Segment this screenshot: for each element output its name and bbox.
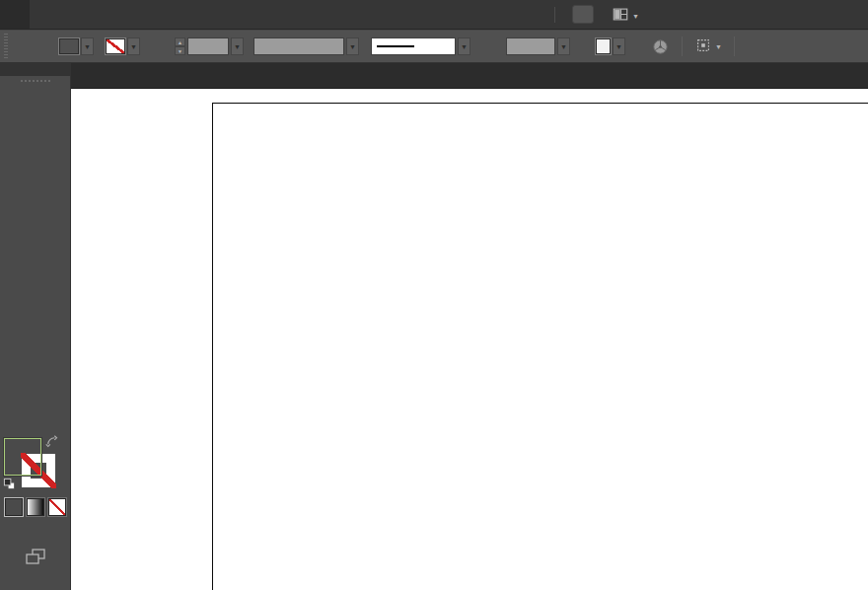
stroke-preview-line — [377, 45, 414, 47]
toolpanel-grip[interactable] — [21, 80, 50, 82]
swap-fill-stroke-icon[interactable] — [45, 434, 58, 452]
illustrator-window: ▼ ▼ ▼ ▲ ▼ ▼ ▼ — [0, 0, 868, 590]
stepper-down-icon[interactable]: ▼ — [175, 46, 185, 55]
brush-dropdown-arrow[interactable]: ▼ — [458, 37, 470, 55]
stroke-weight-arrow[interactable]: ▼ — [231, 37, 244, 55]
width-profile-combo[interactable]: ▼ — [253, 37, 359, 55]
screen-mode-icon — [24, 547, 47, 570]
opacity-arrow[interactable]: ▼ — [557, 37, 570, 55]
stepper-up-icon[interactable]: ▲ — [175, 37, 185, 46]
title-bar: ▼ — [0, 0, 868, 30]
workspace-switcher-button[interactable]: ▼ — [612, 6, 639, 27]
stroke-weight-stepper[interactable]: ▲ ▼ — [175, 37, 185, 55]
chevron-down-icon: ▼ — [715, 43, 722, 50]
graphic-style-picker[interactable]: ▼ — [596, 37, 625, 55]
style-swatch[interactable] — [596, 38, 611, 54]
color-button[interactable] — [5, 498, 23, 516]
stroke-dropdown-arrow[interactable]: ▼ — [127, 37, 140, 55]
default-fill-stroke-icon[interactable] — [3, 477, 16, 494]
stroke-color-picker[interactable]: ▼ — [106, 37, 140, 55]
chevron-down-icon: ▼ — [632, 13, 639, 20]
style-dropdown-arrow[interactable]: ▼ — [613, 37, 625, 55]
brush-preview — [371, 37, 456, 55]
fill-color-picker[interactable]: ▼ — [59, 37, 94, 55]
controlbar-separator — [682, 37, 683, 56]
select-similar-button[interactable]: ▼ — [694, 37, 722, 57]
tool-panel — [0, 63, 71, 590]
brush-definition-combo[interactable]: ▼ — [371, 37, 470, 55]
width-profile-value — [253, 37, 344, 55]
stroke-weight-combo[interactable]: ▼ — [187, 37, 244, 55]
stroke-weight-value — [187, 37, 229, 55]
titlebar-separator — [554, 7, 555, 23]
bridge-button[interactable] — [572, 5, 594, 24]
app-logo — [0, 0, 30, 29]
fill-indicator[interactable] — [4, 438, 41, 476]
workspace-layout-icon — [612, 6, 629, 27]
none-button[interactable] — [48, 498, 66, 516]
fill-swatch[interactable] — [59, 38, 79, 54]
controlbar-grip[interactable] — [2, 34, 10, 59]
select-similar-icon — [694, 37, 712, 57]
width-profile-arrow[interactable]: ▼ — [346, 37, 359, 55]
screen-mode-button[interactable] — [0, 547, 71, 570]
document-tab-bar — [71, 63, 868, 89]
fill-stroke-indicator — [0, 434, 71, 495]
fill-dropdown-arrow[interactable]: ▼ — [81, 37, 94, 55]
control-bar: ▼ ▼ ▲ ▼ ▼ ▼ ▼ ▼ — [0, 30, 868, 63]
stroke-none-swatch[interactable] — [106, 38, 125, 54]
recolor-artwork-icon[interactable] — [651, 37, 670, 56]
panel-collapse-button[interactable] — [0, 63, 70, 76]
opacity-combo[interactable]: ▼ — [506, 37, 570, 55]
none-slash-icon — [49, 499, 65, 515]
canvas-area[interactable] — [71, 89, 868, 590]
gradient-button[interactable] — [27, 498, 44, 516]
color-type-row — [5, 498, 66, 516]
opacity-value — [506, 37, 555, 55]
selected-shape-group[interactable] — [71, 89, 367, 237]
controlbar-separator — [734, 37, 735, 56]
